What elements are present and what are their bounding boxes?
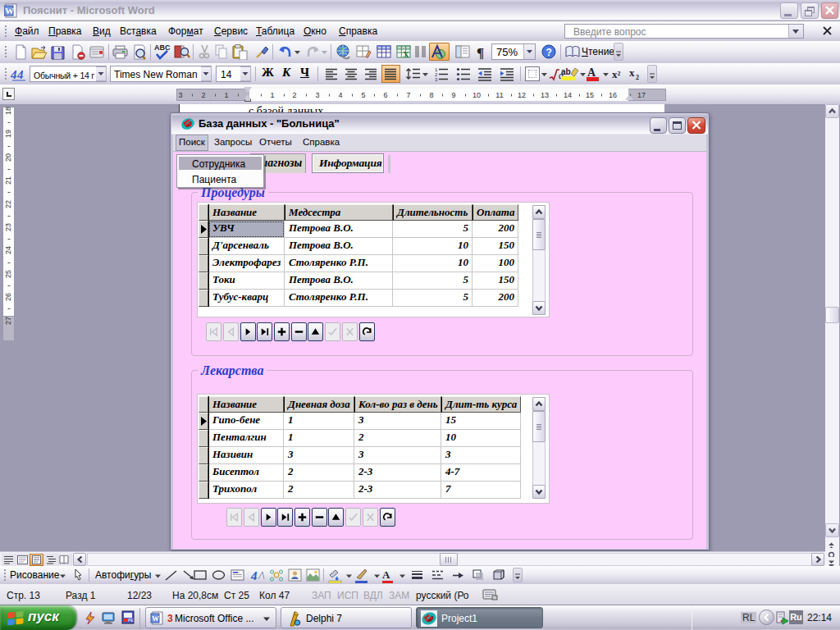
svg-text:¶: ¶	[477, 45, 484, 60]
svg-text:26: 26	[4, 293, 12, 301]
svg-text:2: 2	[201, 91, 205, 99]
svg-text:10: 10	[472, 91, 481, 99]
svg-text:1: 1	[270, 91, 274, 99]
svg-text:27: 27	[4, 317, 12, 325]
svg-text:9: 9	[451, 91, 455, 99]
svg-text:4: 4	[11, 68, 17, 81]
svg-text:20: 20	[4, 153, 12, 162]
svg-text:8: 8	[429, 91, 433, 99]
svg-text:4: 4	[338, 91, 342, 99]
svg-text:24: 24	[4, 246, 12, 254]
svg-text:3: 3	[178, 91, 182, 99]
svg-text:PE: PE	[128, 618, 134, 623]
svg-text:?: ?	[546, 47, 552, 58]
svg-text:13: 13	[541, 91, 549, 99]
svg-text:15: 15	[586, 91, 594, 99]
svg-text:W: W	[152, 614, 159, 623]
svg-text:5: 5	[361, 91, 365, 99]
svg-text:14: 14	[564, 91, 572, 99]
svg-text:7: 7	[406, 91, 410, 99]
svg-text:A: A	[382, 568, 390, 581]
svg-text:18: 18	[4, 107, 12, 115]
svg-text:6: 6	[383, 91, 387, 99]
svg-text:25: 25	[4, 270, 12, 278]
svg-text:16: 16	[609, 91, 617, 99]
svg-text:22: 22	[4, 200, 12, 208]
svg-text:4: 4	[250, 569, 258, 582]
svg-text:2: 2	[636, 74, 639, 81]
svg-text:ABC: ABC	[154, 43, 171, 52]
svg-text:3: 3	[435, 77, 438, 81]
svg-text:3: 3	[315, 91, 319, 99]
svg-text:ab: ab	[561, 67, 571, 76]
svg-text:21: 21	[4, 176, 12, 185]
svg-text:W: W	[5, 6, 14, 16]
svg-text:x: x	[629, 66, 635, 79]
svg-text:x²: x²	[612, 68, 621, 80]
svg-text:19: 19	[4, 130, 12, 138]
svg-text:1: 1	[224, 91, 228, 99]
svg-text:X: X	[403, 49, 409, 59]
svg-text:23: 23	[4, 223, 12, 231]
svg-text:2: 2	[292, 91, 296, 99]
svg-text:4: 4	[16, 68, 24, 81]
svg-text:A: A	[587, 66, 596, 79]
svg-text:12: 12	[518, 91, 526, 99]
svg-text:17: 17	[637, 91, 646, 99]
svg-text:11: 11	[495, 91, 503, 99]
